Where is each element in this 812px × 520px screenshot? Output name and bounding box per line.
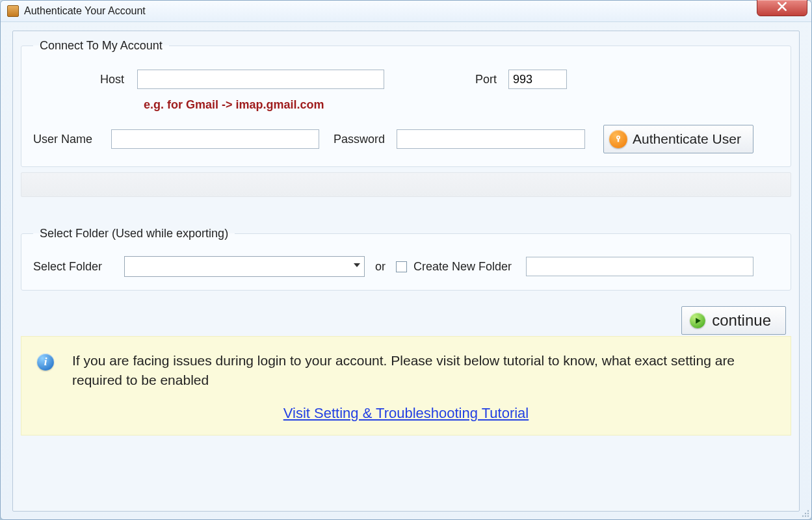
info-icon: i <box>37 354 54 370</box>
password-label: Password <box>334 133 385 146</box>
port-input[interactable] <box>508 70 567 89</box>
folder-group: Select Folder (Used while exporting) Sel… <box>21 227 791 291</box>
connect-legend: Connect To My Account <box>33 39 169 53</box>
svg-point-6 <box>805 515 806 517</box>
new-folder-input[interactable] <box>526 257 753 276</box>
close-button[interactable] <box>757 0 807 16</box>
client-area: Connect To My Account Host Port e.g. for… <box>12 31 800 512</box>
authenticate-button-label: Authenticate User <box>633 131 741 147</box>
username-input[interactable] <box>111 129 319 149</box>
select-folder-label: Select Folder <box>33 260 124 274</box>
select-folder-dropdown[interactable] <box>124 256 365 277</box>
close-icon <box>776 1 788 15</box>
create-folder-checkbox[interactable] <box>396 261 407 272</box>
host-input[interactable] <box>137 70 384 89</box>
title-bar: Authenticate Your Account <box>1 1 811 22</box>
key-icon <box>609 130 627 148</box>
resize-grip[interactable] <box>800 508 810 518</box>
svg-rect-1 <box>618 138 619 142</box>
connect-group: Connect To My Account Host Port e.g. for… <box>21 39 791 167</box>
username-label: User Name <box>33 133 111 146</box>
host-label: Host <box>66 73 124 86</box>
password-input[interactable] <box>397 129 585 149</box>
app-window: Authenticate Your Account Connect To My … <box>0 0 812 520</box>
folder-legend: Select Folder (Used while exporting) <box>33 227 235 240</box>
info-text: If you are facing issues during login to… <box>72 351 775 391</box>
app-icon <box>7 5 19 17</box>
create-folder-label: Create New Folder <box>413 260 512 274</box>
svg-point-5 <box>802 515 804 517</box>
svg-point-3 <box>805 513 806 514</box>
svg-point-4 <box>807 513 809 514</box>
or-label: or <box>375 260 386 274</box>
tutorial-link[interactable]: Visit Setting & Troubleshooting Tutorial <box>37 405 775 422</box>
status-strip <box>21 172 791 197</box>
play-icon <box>690 313 705 328</box>
continue-button-label: continue <box>712 311 771 330</box>
authenticate-button[interactable]: Authenticate User <box>603 125 753 153</box>
continue-button[interactable]: continue <box>681 306 786 335</box>
port-label: Port <box>475 73 497 86</box>
svg-point-7 <box>807 515 809 517</box>
svg-point-2 <box>807 510 809 512</box>
host-hint: e.g. for Gmail -> imap.gmail.com <box>144 98 779 112</box>
info-panel: i If you are facing issues during login … <box>21 336 791 436</box>
window-title: Authenticate Your Account <box>24 5 146 17</box>
svg-point-0 <box>617 136 620 138</box>
chevron-down-icon <box>352 260 361 273</box>
